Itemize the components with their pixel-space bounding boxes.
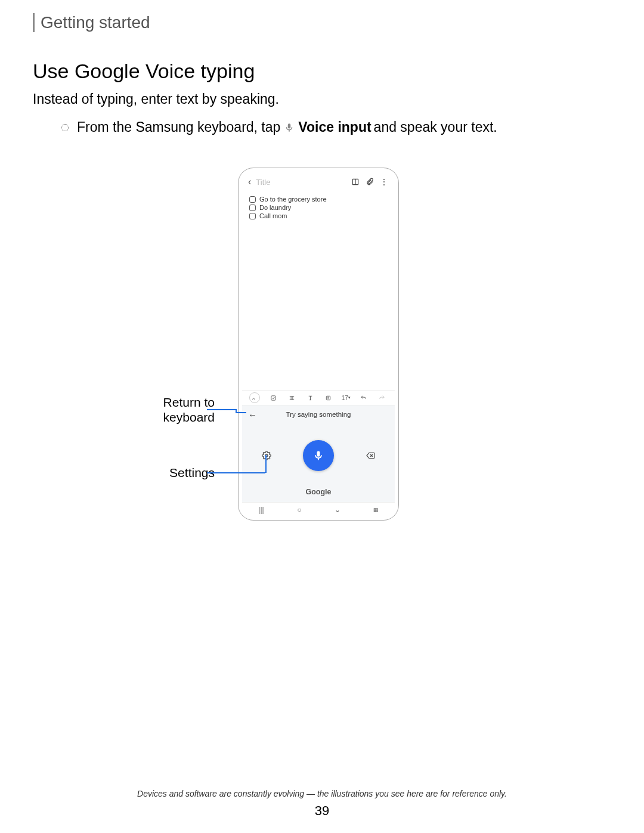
back-icon: ‹	[248, 176, 251, 187]
google-brand: Google	[242, 488, 395, 502]
page-title: Use Google Voice typing	[33, 60, 611, 83]
back-nav-icon[interactable]: ⌄	[332, 506, 343, 514]
checkbox-icon	[249, 196, 256, 203]
note-body	[242, 223, 395, 390]
step-pre: From the Samsung keyboard, tap	[77, 119, 280, 135]
more-icon: ⋮	[379, 177, 389, 187]
delete-button[interactable]	[364, 449, 377, 462]
list-item: Call mom	[249, 212, 388, 219]
phone-mockup: ‹ Title ⋮ Go to the grocery store Do lau…	[238, 168, 399, 521]
voice-panel: ← Try saying something	[242, 405, 395, 502]
page-number: 39	[0, 803, 644, 819]
breadcrumb: Getting started	[33, 13, 611, 32]
font-size-picker: 17▾	[342, 392, 351, 403]
list-item: Do laundry	[249, 204, 388, 211]
attachment-icon	[365, 177, 374, 187]
settings-button[interactable]	[260, 449, 273, 462]
step-instruction: From the Samsung keyboard, tap Voice inp…	[33, 119, 611, 135]
leader-line	[236, 412, 246, 413]
checkbox-icon	[249, 213, 256, 219]
app-header: ‹ Title ⋮	[242, 172, 395, 192]
handwriting-icon	[249, 392, 260, 403]
home-icon[interactable]: ○	[294, 506, 305, 514]
note-toolbar: 17▾	[242, 390, 395, 405]
recents-icon[interactable]: |||	[256, 506, 267, 514]
intro-text: Instead of typing, enter text by speakin…	[33, 91, 611, 107]
undo-icon	[358, 392, 369, 403]
leader-line	[207, 472, 265, 473]
checklist: Go to the grocery store Do laundry Call …	[242, 192, 395, 223]
voice-input-button[interactable]	[303, 440, 334, 471]
figure: ‹ Title ⋮ Go to the grocery store Do lau…	[33, 168, 611, 537]
step-post: and speak your text.	[374, 119, 497, 135]
text-format-icon	[286, 392, 297, 403]
callout-return-keyboard: Return to keyboard	[131, 395, 215, 425]
voice-hint: Try saying something	[257, 411, 380, 418]
text-style-icon	[305, 392, 315, 403]
leader-line	[265, 455, 267, 473]
system-navbar: ||| ○ ⌄ ▦	[242, 502, 395, 516]
svg-rect-2	[271, 395, 275, 400]
list-item: Go to the grocery store	[249, 196, 388, 203]
breadcrumb-text: Getting started	[41, 13, 611, 32]
step-label: Voice input	[298, 119, 371, 135]
checkbox-tool-icon	[268, 392, 278, 403]
reader-icon	[351, 177, 360, 187]
title-placeholder: Title	[256, 178, 270, 187]
microphone-icon	[283, 121, 296, 134]
redo-icon	[377, 392, 388, 403]
bullet-icon	[61, 124, 69, 131]
leader-line	[207, 409, 236, 410]
footer-disclaimer: Devices and software are constantly evol…	[0, 789, 644, 798]
return-keyboard-button[interactable]: ←	[248, 410, 257, 420]
block-icon	[323, 392, 334, 403]
checkbox-icon	[249, 205, 256, 211]
callout-settings: Settings	[131, 465, 215, 480]
keyboard-nav-icon[interactable]: ▦	[370, 507, 381, 513]
